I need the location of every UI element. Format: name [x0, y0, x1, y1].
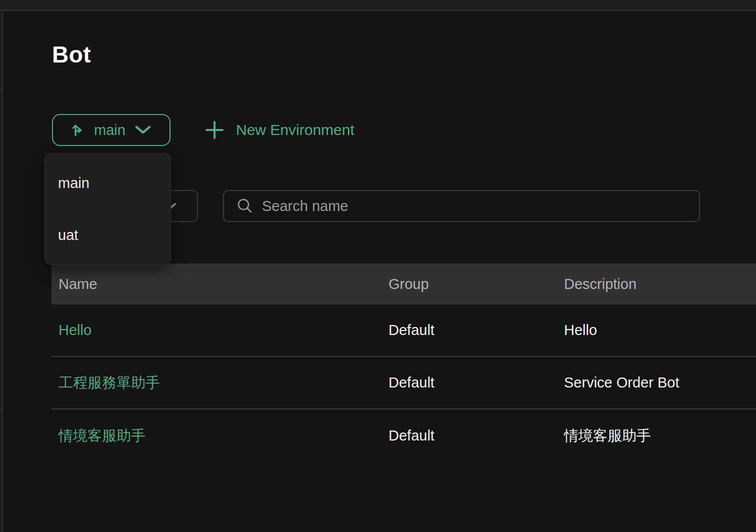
plus-icon — [204, 120, 225, 140]
chevron-down-icon — [134, 125, 152, 135]
search-icon — [236, 197, 254, 215]
table-row: 情境客服助手 Default 情境客服助手 — [52, 410, 756, 462]
bot-group: Default — [388, 374, 564, 391]
new-environment-label: New Environment — [236, 122, 354, 138]
column-header-name: Name — [58, 276, 388, 292]
git-branch-icon — [71, 122, 85, 138]
new-environment-button[interactable]: New Environment — [204, 114, 354, 146]
menu-item-main[interactable]: main — [45, 157, 170, 209]
bot-name-link[interactable]: 工程服務單助手 — [58, 373, 388, 393]
bot-description: Service Order Bot — [564, 374, 756, 391]
search-box — [223, 190, 700, 222]
page-title: Bot — [52, 41, 91, 68]
bot-name-link[interactable]: Hello — [58, 322, 388, 338]
bot-group: Default — [388, 428, 564, 444]
column-header-description: Description — [564, 276, 756, 292]
table-header: Name Group Description — [52, 264, 756, 304]
column-header-group: Group — [388, 276, 564, 292]
sidebar-edge — [0, 12, 3, 532]
branch-selector-button[interactable]: main — [52, 114, 170, 146]
search-input[interactable] — [262, 198, 690, 214]
bot-name-link[interactable]: 情境客服助手 — [58, 426, 388, 446]
bot-table: Name Group Description Hello Default Hel… — [52, 264, 756, 462]
menu-item-uat[interactable]: uat — [45, 209, 170, 261]
branch-selector-value: main — [94, 122, 126, 138]
bot-page: Bot main New Environment — [0, 0, 756, 532]
bot-description: Hello — [564, 322, 756, 338]
table-row: Hello Default Hello — [52, 304, 756, 357]
table-row: 工程服務單助手 Default Service Order Bot — [52, 357, 756, 410]
branch-menu: main uat — [44, 153, 171, 265]
sidebar-divider — [0, 88, 3, 89]
bot-group: Default — [388, 322, 564, 338]
bot-description: 情境客服助手 — [564, 426, 756, 446]
sidebar-divider — [0, 408, 3, 409]
window-topbar — [0, 0, 756, 11]
